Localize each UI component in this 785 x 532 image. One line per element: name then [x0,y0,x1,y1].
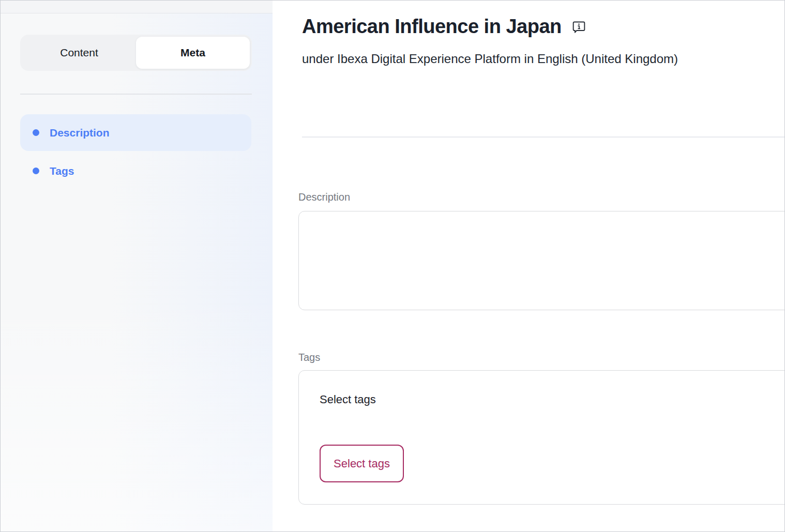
tags-field-group: Select tags Select tags [298,370,784,505]
tab-content[interactable]: Content [22,37,136,69]
content-meta-tab-group: Content Meta [20,35,252,71]
bullet-dot-icon [33,168,39,174]
meta-section-nav: Description Tags [20,114,251,189]
bullet-dot-icon [33,129,39,136]
sidebar-item-tags[interactable]: Tags [20,153,251,189]
tab-meta[interactable]: Meta [136,37,250,69]
sidebar-item-label: Tags [50,165,74,177]
page-title: American Influence in Japan [302,14,562,39]
tags-group-title: Select tags [320,392,784,407]
sidebar-topbar [1,1,273,13]
meta-edit-panel: American Influence in Japan under Ibexa … [273,1,784,531]
app-window: Content Meta Description Tags American I… [0,0,785,532]
description-field-label: Description [298,191,784,204]
content-location-subtitle: under Ibexa Digital Experience Platform … [302,51,784,66]
select-tags-button[interactable]: Select tags [320,445,404,482]
sidebar-item-label: Description [50,127,110,139]
header-divider [302,136,784,138]
description-input[interactable] [298,211,784,310]
sidebar-item-description[interactable]: Description [20,114,251,151]
sidebar-divider [20,94,252,95]
meta-sidebar: Content Meta Description Tags [1,1,273,531]
info-tooltip-icon[interactable] [571,19,587,35]
title-row: American Influence in Japan [302,14,784,39]
tags-field-label: Tags [298,351,784,364]
